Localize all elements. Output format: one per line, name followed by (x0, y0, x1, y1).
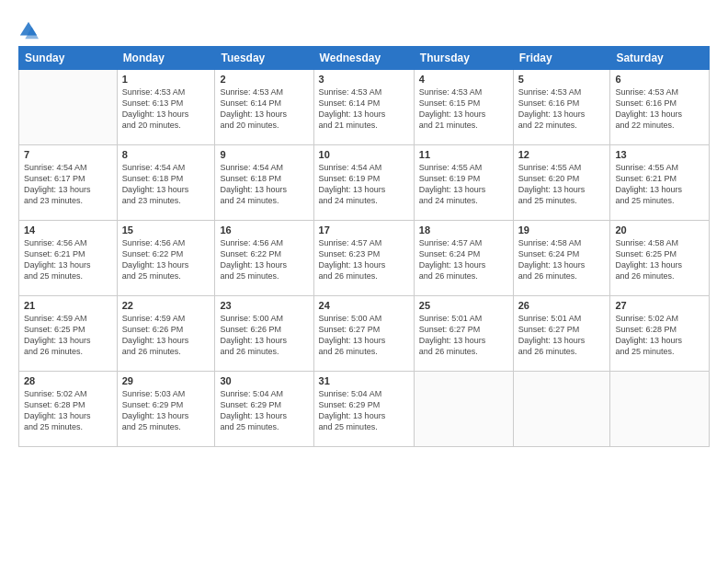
day-info: Sunrise: 4:55 AM Sunset: 6:19 PM Dayligh… (419, 162, 508, 207)
calendar-cell: 30Sunrise: 5:04 AM Sunset: 6:29 PM Dayli… (215, 372, 313, 447)
calendar-cell (513, 372, 610, 447)
day-number: 17 (319, 224, 409, 236)
calendar-week-3: 14Sunrise: 4:56 AM Sunset: 6:21 PM Dayli… (19, 221, 710, 296)
day-info: Sunrise: 4:56 AM Sunset: 6:21 PM Dayligh… (24, 237, 112, 282)
calendar-cell: 3Sunrise: 4:53 AM Sunset: 6:14 PM Daylig… (313, 70, 414, 145)
day-info: Sunrise: 5:04 AM Sunset: 6:29 PM Dayligh… (220, 388, 308, 433)
day-info: Sunrise: 4:53 AM Sunset: 6:15 PM Dayligh… (419, 86, 508, 132)
header-cell-monday: Monday (117, 47, 215, 70)
calendar-cell: 25Sunrise: 5:01 AM Sunset: 6:27 PM Dayli… (414, 296, 513, 372)
day-number: 15 (122, 224, 210, 236)
calendar-cell: 8Sunrise: 4:54 AM Sunset: 6:18 PM Daylig… (117, 145, 215, 221)
day-number: 10 (319, 149, 409, 160)
day-number: 22 (122, 300, 210, 311)
day-info: Sunrise: 5:02 AM Sunset: 6:28 PM Dayligh… (615, 313, 704, 358)
day-info: Sunrise: 4:58 AM Sunset: 6:24 PM Dayligh… (518, 237, 606, 282)
day-number: 25 (419, 300, 508, 311)
calendar-cell: 28Sunrise: 5:02 AM Sunset: 6:28 PM Dayli… (19, 372, 118, 447)
day-info: Sunrise: 5:04 AM Sunset: 6:29 PM Dayligh… (319, 388, 409, 433)
calendar-header-row: SundayMondayTuesdayWednesdayThursdayFrid… (19, 47, 710, 70)
day-number: 12 (518, 149, 606, 160)
day-info: Sunrise: 4:58 AM Sunset: 6:25 PM Dayligh… (615, 237, 704, 282)
day-number: 14 (24, 224, 112, 236)
calendar-cell: 19Sunrise: 4:58 AM Sunset: 6:24 PM Dayli… (513, 221, 610, 296)
day-number: 13 (615, 149, 704, 160)
day-info: Sunrise: 5:02 AM Sunset: 6:28 PM Dayligh… (24, 388, 112, 433)
calendar-cell (19, 70, 118, 145)
day-number: 31 (319, 375, 409, 386)
calendar-cell (610, 372, 710, 447)
day-number: 2 (220, 74, 308, 85)
calendar-cell: 14Sunrise: 4:56 AM Sunset: 6:21 PM Dayli… (19, 221, 118, 296)
day-info: Sunrise: 5:01 AM Sunset: 6:27 PM Dayligh… (518, 313, 606, 358)
day-info: Sunrise: 4:55 AM Sunset: 6:21 PM Dayligh… (615, 162, 704, 207)
day-info: Sunrise: 4:56 AM Sunset: 6:22 PM Dayligh… (220, 237, 308, 282)
calendar-cell: 16Sunrise: 4:56 AM Sunset: 6:22 PM Dayli… (215, 221, 313, 296)
day-number: 27 (615, 300, 704, 311)
calendar-cell: 21Sunrise: 4:59 AM Sunset: 6:25 PM Dayli… (19, 296, 118, 372)
page: SundayMondayTuesdayWednesdayThursdayFrid… (0, 0, 728, 563)
day-info: Sunrise: 4:59 AM Sunset: 6:26 PM Dayligh… (122, 313, 210, 358)
header (18, 17, 710, 40)
day-number: 24 (319, 300, 409, 311)
calendar-week-4: 21Sunrise: 4:59 AM Sunset: 6:25 PM Dayli… (19, 296, 710, 372)
calendar-cell: 9Sunrise: 4:54 AM Sunset: 6:18 PM Daylig… (215, 145, 313, 221)
logo (18, 20, 42, 40)
day-number: 19 (518, 224, 606, 236)
calendar-cell: 31Sunrise: 5:04 AM Sunset: 6:29 PM Dayli… (313, 372, 414, 447)
calendar-cell: 23Sunrise: 5:00 AM Sunset: 6:26 PM Dayli… (215, 296, 313, 372)
day-number: 6 (615, 74, 704, 85)
day-number: 8 (122, 149, 210, 160)
day-number: 7 (24, 149, 112, 160)
calendar-cell: 27Sunrise: 5:02 AM Sunset: 6:28 PM Dayli… (610, 296, 710, 372)
day-info: Sunrise: 4:55 AM Sunset: 6:20 PM Dayligh… (518, 162, 606, 207)
day-number: 26 (518, 300, 606, 311)
day-number: 3 (319, 74, 409, 85)
day-number: 18 (419, 224, 508, 236)
day-info: Sunrise: 4:54 AM Sunset: 6:18 PM Dayligh… (220, 162, 308, 207)
calendar-cell: 1Sunrise: 4:53 AM Sunset: 6:13 PM Daylig… (117, 70, 215, 145)
header-cell-sunday: Sunday (19, 47, 118, 70)
day-number: 4 (419, 74, 508, 85)
calendar-week-2: 7Sunrise: 4:54 AM Sunset: 6:17 PM Daylig… (19, 145, 710, 221)
calendar-cell: 26Sunrise: 5:01 AM Sunset: 6:27 PM Dayli… (513, 296, 610, 372)
calendar-cell: 20Sunrise: 4:58 AM Sunset: 6:25 PM Dayli… (610, 221, 710, 296)
day-info: Sunrise: 4:53 AM Sunset: 6:14 PM Dayligh… (319, 86, 409, 132)
day-info: Sunrise: 4:53 AM Sunset: 6:16 PM Dayligh… (615, 86, 704, 132)
header-cell-thursday: Thursday (414, 47, 513, 70)
logo-icon (18, 20, 39, 40)
day-number: 21 (24, 300, 112, 311)
day-info: Sunrise: 5:00 AM Sunset: 6:26 PM Dayligh… (220, 313, 308, 358)
header-cell-wednesday: Wednesday (313, 47, 414, 70)
calendar-cell: 15Sunrise: 4:56 AM Sunset: 6:22 PM Dayli… (117, 221, 215, 296)
calendar-cell: 22Sunrise: 4:59 AM Sunset: 6:26 PM Dayli… (117, 296, 215, 372)
day-info: Sunrise: 4:54 AM Sunset: 6:17 PM Dayligh… (24, 162, 112, 207)
day-number: 20 (615, 224, 704, 236)
calendar-cell: 6Sunrise: 4:53 AM Sunset: 6:16 PM Daylig… (610, 70, 710, 145)
calendar-cell (414, 372, 513, 447)
day-info: Sunrise: 4:57 AM Sunset: 6:24 PM Dayligh… (419, 237, 508, 282)
day-info: Sunrise: 4:56 AM Sunset: 6:22 PM Dayligh… (122, 237, 210, 282)
header-cell-tuesday: Tuesday (215, 47, 313, 70)
day-info: Sunrise: 4:53 AM Sunset: 6:13 PM Dayligh… (122, 86, 210, 132)
calendar: SundayMondayTuesdayWednesdayThursdayFrid… (18, 46, 710, 447)
day-number: 5 (518, 74, 606, 85)
day-info: Sunrise: 5:03 AM Sunset: 6:29 PM Dayligh… (122, 388, 210, 433)
day-info: Sunrise: 5:01 AM Sunset: 6:27 PM Dayligh… (419, 313, 508, 358)
calendar-cell: 17Sunrise: 4:57 AM Sunset: 6:23 PM Dayli… (313, 221, 414, 296)
day-info: Sunrise: 4:57 AM Sunset: 6:23 PM Dayligh… (319, 237, 409, 282)
day-info: Sunrise: 5:00 AM Sunset: 6:27 PM Dayligh… (319, 313, 409, 358)
day-info: Sunrise: 4:54 AM Sunset: 6:18 PM Dayligh… (122, 162, 210, 207)
calendar-week-1: 1Sunrise: 4:53 AM Sunset: 6:13 PM Daylig… (19, 70, 710, 145)
header-cell-saturday: Saturday (610, 47, 710, 70)
calendar-cell: 24Sunrise: 5:00 AM Sunset: 6:27 PM Dayli… (313, 296, 414, 372)
calendar-cell: 29Sunrise: 5:03 AM Sunset: 6:29 PM Dayli… (117, 372, 215, 447)
day-number: 29 (122, 375, 210, 386)
calendar-cell: 18Sunrise: 4:57 AM Sunset: 6:24 PM Dayli… (414, 221, 513, 296)
day-info: Sunrise: 4:59 AM Sunset: 6:25 PM Dayligh… (24, 313, 112, 358)
calendar-cell: 10Sunrise: 4:54 AM Sunset: 6:19 PM Dayli… (313, 145, 414, 221)
header-cell-friday: Friday (513, 47, 610, 70)
calendar-week-5: 28Sunrise: 5:02 AM Sunset: 6:28 PM Dayli… (19, 372, 710, 447)
day-number: 11 (419, 149, 508, 160)
calendar-cell: 13Sunrise: 4:55 AM Sunset: 6:21 PM Dayli… (610, 145, 710, 221)
